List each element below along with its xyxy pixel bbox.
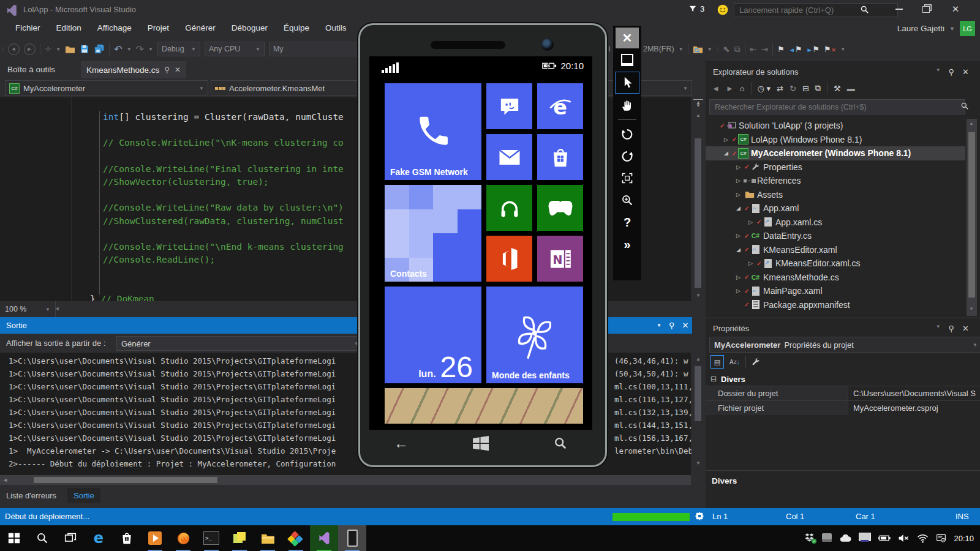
- back-icon[interactable]: ◄: [712, 84, 720, 93]
- project-dropdown[interactable]: C# MyAccelerometer ▼: [5, 80, 208, 96]
- output-scrollbar-thumb[interactable]: [695, 366, 701, 421]
- sync-icon[interactable]: ⇄: [777, 84, 783, 93]
- tree-item-package.appxmanifest[interactable]: ✓Package.appxmanifest: [706, 298, 965, 312]
- expander-icon[interactable]: ◢: [735, 205, 742, 211]
- pin-icon[interactable]: ⚲: [949, 324, 955, 333]
- pin-icon[interactable]: ⚲: [164, 66, 170, 74]
- solution-explorer-titlebar[interactable]: Explorateur de solutions ▼ ⚲ ✕: [706, 64, 980, 80]
- tab-error-list[interactable]: Liste d'erreurs: [6, 491, 56, 500]
- new-item-button[interactable]: ✧: [45, 44, 52, 54]
- search-icon[interactable]: [960, 102, 969, 110]
- chevron-down-icon[interactable]: ▼: [707, 47, 712, 52]
- window-position-icon[interactable]: ▼: [657, 323, 662, 328]
- tile-fake-gsm[interactable]: Fake GSM Network: [385, 83, 481, 180]
- emulator-help-button[interactable]: ?: [616, 212, 639, 233]
- tab-kmeansmethode[interactable]: KmeansMethode.cs ⚲ ✕: [81, 61, 186, 78]
- property-value[interactable]: MyAccelerometer.csproj: [848, 401, 980, 415]
- emulator-minimize-button[interactable]: [616, 50, 639, 70]
- collapse-all-icon[interactable]: ⊟: [802, 84, 809, 93]
- avatar[interactable]: LG: [960, 21, 975, 36]
- tile-onenote[interactable]: N: [537, 236, 583, 282]
- scroll-up-arrow-icon[interactable]: ▲: [969, 121, 974, 126]
- tray-battery-icon[interactable]: [878, 534, 891, 542]
- phone-back-button[interactable]: ←: [394, 437, 409, 449]
- taskbar-media-player-button[interactable]: [141, 525, 169, 551]
- property-value[interactable]: C:\Users\user\Documents\Visual S: [848, 386, 980, 400]
- close-tab-icon[interactable]: ✕: [175, 66, 181, 74]
- tree-item-lolapp-windows-phone-8.1-[interactable]: ▷✓C#LolApp (Windows Phone 8.1): [706, 133, 965, 147]
- expander-icon[interactable]: ▷: [747, 219, 754, 225]
- taskbar-phone-emulator-button[interactable]: [338, 525, 366, 551]
- clear-bookmarks-button[interactable]: ⚑✕: [824, 45, 836, 54]
- tile-store[interactable]: [537, 134, 583, 180]
- scrollbar-thumb[interactable]: [34, 477, 217, 483]
- scrollbar-thumb[interactable]: [968, 132, 975, 298]
- tray-volume-muted-icon[interactable]: [898, 533, 910, 543]
- tab-toolbox[interactable]: Boîte à outils: [7, 65, 55, 74]
- expander-icon[interactable]: ▷: [735, 192, 742, 198]
- alphabetical-sort-button[interactable]: AZ↓: [729, 358, 740, 365]
- solution-platform-dropdown[interactable]: Any CPU▼: [205, 42, 265, 56]
- tile-messaging[interactable]: [486, 83, 532, 129]
- tray-action-center-icon[interactable]: [936, 534, 946, 543]
- expander-icon[interactable]: ▷: [735, 178, 742, 184]
- emulator-rotate-right-button[interactable]: [616, 146, 639, 167]
- close-button[interactable]: ✕: [943, 0, 968, 18]
- phone-search-button[interactable]: [554, 437, 567, 450]
- collapse-icon[interactable]: ⊟: [710, 375, 717, 383]
- tile-calendar[interactable]: lun.26: [385, 287, 481, 383]
- properties-object-dropdown[interactable]: MyAccelerometer Propriétés du projet ▼: [709, 337, 980, 353]
- tab-output[interactable]: Sortie: [67, 488, 100, 503]
- expander-icon[interactable]: ▷: [747, 260, 754, 266]
- pin-icon[interactable]: ⚲: [949, 67, 955, 77]
- save-all-button[interactable]: [94, 44, 105, 54]
- output-source-dropdown[interactable]: Générer▼: [116, 336, 364, 351]
- pin-icon[interactable]: ⚲: [669, 321, 675, 330]
- tray-device-icon[interactable]: [822, 533, 832, 544]
- tray-dropbox-icon[interactable]: ✓: [804, 532, 815, 544]
- taskbar-firefox-button[interactable]: [169, 525, 197, 551]
- taskbar-store-button[interactable]: [113, 525, 141, 551]
- unindent-button[interactable]: ⇤: [750, 44, 757, 54]
- expander-icon[interactable]: ▷: [735, 288, 742, 294]
- tile-music[interactable]: [486, 185, 532, 231]
- properties-titlebar[interactable]: Propriétés ▼ ⚲ ✕: [706, 320, 980, 336]
- expander-icon[interactable]: ▷: [735, 274, 742, 280]
- taskbar-search-button[interactable]: [28, 525, 56, 551]
- taskbar-file-explorer-button[interactable]: [254, 525, 282, 551]
- preview-icon[interactable]: ⧉: [815, 83, 821, 93]
- chevron-down-icon[interactable]: ▼: [127, 47, 132, 52]
- select-element-button[interactable]: ⬉: [723, 44, 730, 54]
- solution-explorer-search-input[interactable]: [709, 99, 965, 114]
- property-pages-button[interactable]: [752, 358, 761, 367]
- window-position-icon[interactable]: ▼: [936, 324, 941, 333]
- menu-generer[interactable]: Générer: [178, 20, 222, 38]
- property-row[interactable]: Dossier du projetC:\Users\user\Documents…: [706, 386, 980, 400]
- tile-mail[interactable]: [486, 134, 532, 180]
- expander-icon[interactable]: ▷: [735, 233, 742, 239]
- tree-item-kmeanseditor.xaml[interactable]: ◢✓‹›KMeansEditor.xaml: [706, 243, 965, 257]
- emulator-zoom-button[interactable]: [616, 190, 639, 211]
- feedback-smiley-icon[interactable]: [717, 4, 729, 16]
- close-icon[interactable]: ✕: [682, 321, 688, 330]
- tree-item-dataentry.cs[interactable]: ▷✓C#DataEntry.cs: [706, 229, 965, 243]
- redo-button[interactable]: ↷: [136, 43, 144, 55]
- tile-office[interactable]: [486, 236, 532, 282]
- menu-equipe[interactable]: Équipe: [277, 20, 316, 38]
- window-position-icon[interactable]: ▼: [936, 67, 941, 77]
- chevron-down-icon[interactable]: ▼: [840, 47, 845, 52]
- emulator-expand-button[interactable]: »: [616, 234, 639, 255]
- close-icon[interactable]: ✕: [962, 67, 969, 77]
- phone-emulator-window[interactable]: 20:10 Fake GSM NetworkeContactsNlun.26Mo…: [358, 23, 607, 467]
- menu-fichier[interactable]: Fichier: [9, 20, 47, 38]
- split-window-handle[interactable]: ▲▼: [693, 99, 703, 107]
- taskbar-clock[interactable]: 20:10: [954, 534, 974, 543]
- tree-item-myaccelerometer-windows-phone-8.1-[interactable]: ◢✓C#MyAccelerometer (Windows Phone 8.1): [706, 146, 965, 160]
- editor-zoom-dropdown[interactable]: 100 %▼: [0, 301, 56, 317]
- scroll-down-arrow-icon[interactable]: ▼: [969, 306, 974, 312]
- navigate-back-button[interactable]: ◄: [8, 43, 20, 55]
- toolbar-grip[interactable]: ⁞⁞: [1, 46, 4, 53]
- next-bookmark-button[interactable]: ►⚑: [807, 45, 820, 54]
- tree-item-app.xaml.cs[interactable]: ▷✓↗App.xaml.cs: [706, 216, 965, 230]
- tree-item-solution-lolapp-3-projets-[interactable]: ✓Solution 'LolApp' (3 projets): [706, 119, 965, 133]
